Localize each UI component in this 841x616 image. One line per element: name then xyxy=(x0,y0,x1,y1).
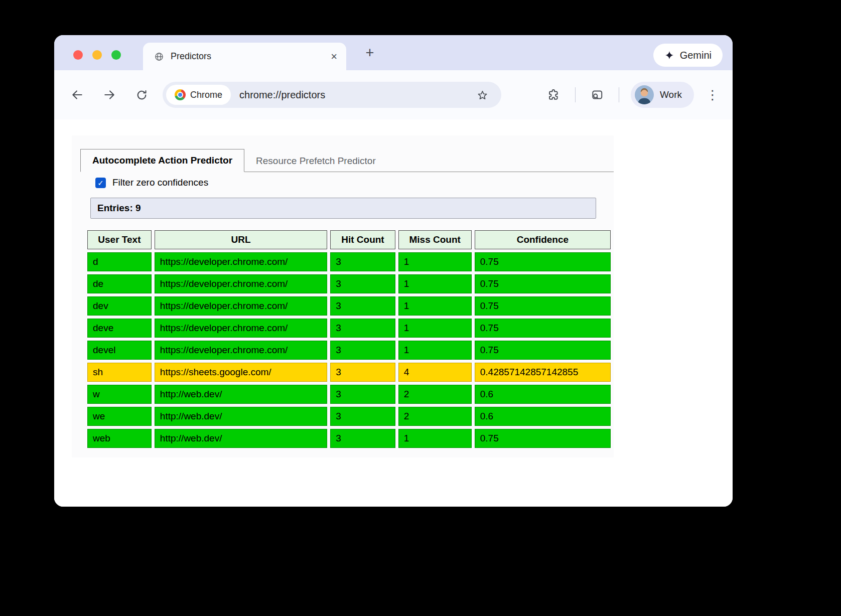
cell-user_text: web xyxy=(87,429,152,448)
cell-url: https://developer.chrome.com/ xyxy=(155,341,327,360)
table-row: dhttps://developer.chrome.com/310.75 xyxy=(87,252,611,271)
new-tab-button[interactable]: + xyxy=(359,42,380,63)
cell-miss: 1 xyxy=(398,274,472,293)
cell-hit: 3 xyxy=(330,429,395,448)
cell-hit: 3 xyxy=(330,252,395,271)
filter-row: ✓ Filter zero confidences xyxy=(95,177,614,188)
cell-confidence: 0.42857142857142855 xyxy=(475,363,611,382)
profile-chip[interactable]: Work xyxy=(631,82,694,108)
cell-url: https://developer.chrome.com/ xyxy=(155,274,327,293)
cell-miss: 1 xyxy=(398,252,472,271)
cell-user_text: devel xyxy=(87,341,152,360)
cell-miss: 2 xyxy=(398,385,472,404)
cell-confidence: 0.6 xyxy=(475,407,611,426)
address-bar[interactable]: Chrome chrome://predictors xyxy=(163,82,501,108)
gemini-button[interactable]: Gemini xyxy=(653,44,723,67)
filter-checkbox[interactable]: ✓ xyxy=(95,178,106,188)
cell-confidence: 0.75 xyxy=(475,296,611,316)
cell-miss: 2 xyxy=(398,407,472,426)
close-window-button[interactable] xyxy=(73,50,83,60)
column-header: URL xyxy=(155,230,327,249)
tab-strip: Predictors × + Gemini xyxy=(54,35,733,70)
tab-resource-prefetch-predictor[interactable]: Resource Prefetch Predictor xyxy=(244,150,387,172)
browser-window: Predictors × + Gemini xyxy=(54,35,733,507)
cell-user_text: w xyxy=(87,385,152,404)
cell-hit: 3 xyxy=(330,407,395,426)
table-row: whttp://web.dev/320.6 xyxy=(87,385,611,404)
table-body: dhttps://developer.chrome.com/310.75deht… xyxy=(87,252,611,448)
site-chip[interactable]: Chrome xyxy=(166,85,231,105)
browser-menu-icon[interactable]: ⋮ xyxy=(706,87,720,103)
predictor-tabs: Autocomplete Action Predictor Resource P… xyxy=(80,149,614,172)
cell-url: https://developer.chrome.com/ xyxy=(155,319,327,338)
cell-miss: 1 xyxy=(398,319,472,338)
minimize-window-button[interactable] xyxy=(92,50,102,60)
site-chip-label: Chrome xyxy=(190,90,222,100)
chrome-logo-icon xyxy=(175,89,186,100)
cell-user_text: de xyxy=(87,274,152,293)
cell-url: https://developer.chrome.com/ xyxy=(155,252,327,271)
cell-user_text: deve xyxy=(87,319,152,338)
filter-label: Filter zero confidences xyxy=(112,177,208,188)
cell-miss: 1 xyxy=(398,429,472,448)
tab-close-icon[interactable]: × xyxy=(331,51,337,62)
tab-autocomplete-action-predictor[interactable]: Autocomplete Action Predictor xyxy=(80,149,244,172)
cell-miss: 1 xyxy=(398,341,472,360)
cell-url: http://web.dev/ xyxy=(155,385,327,404)
table-row: shhttps://sheets.google.com/340.42857142… xyxy=(87,363,611,382)
entries-count: Entries: 9 xyxy=(90,198,596,219)
profile-avatar xyxy=(635,85,654,104)
cell-confidence: 0.75 xyxy=(475,429,611,448)
toolbar-divider xyxy=(575,87,576,102)
table-header-row: User TextURLHit CountMiss CountConfidenc… xyxy=(87,230,611,249)
table-row: develhttps://developer.chrome.com/310.75 xyxy=(87,341,611,360)
cell-url: https://sheets.google.com/ xyxy=(155,363,327,382)
toolbar-right-cluster: Work ⋮ xyxy=(543,82,720,108)
table-row: dehttps://developer.chrome.com/310.75 xyxy=(87,274,611,293)
cell-user_text: we xyxy=(87,407,152,426)
cell-miss: 1 xyxy=(398,296,472,316)
column-header: User Text xyxy=(87,230,152,249)
cell-hit: 3 xyxy=(330,363,395,382)
column-header: Miss Count xyxy=(398,230,472,249)
predictors-page: Autocomplete Action Predictor Resource P… xyxy=(72,135,614,457)
cell-user_text: dev xyxy=(87,296,152,316)
nav-buttons xyxy=(67,85,152,105)
cell-user_text: d xyxy=(87,252,152,271)
cell-confidence: 0.75 xyxy=(475,252,611,271)
reload-button[interactable] xyxy=(131,85,152,105)
cell-confidence: 0.75 xyxy=(475,319,611,338)
window-controls xyxy=(73,50,121,60)
browser-toolbar: Chrome chrome://predictors xyxy=(54,70,733,119)
gemini-label: Gemini xyxy=(680,50,712,61)
table-row: devehttps://developer.chrome.com/310.75 xyxy=(87,319,611,338)
gemini-sparkle-icon xyxy=(664,50,674,60)
browser-tab[interactable]: Predictors × xyxy=(143,43,346,70)
cell-confidence: 0.75 xyxy=(475,274,611,293)
tab-title: Predictors xyxy=(171,51,324,62)
globe-favicon-icon xyxy=(154,52,164,62)
cell-hit: 3 xyxy=(330,296,395,316)
cell-hit: 3 xyxy=(330,385,395,404)
side-search-icon[interactable] xyxy=(587,85,607,105)
column-header: Confidence xyxy=(475,230,611,249)
table-row: devhttps://developer.chrome.com/310.75 xyxy=(87,296,611,316)
bookmark-star-icon[interactable] xyxy=(472,85,492,105)
cell-confidence: 0.6 xyxy=(475,385,611,404)
cell-hit: 3 xyxy=(330,274,395,293)
cell-user_text: sh xyxy=(87,363,152,382)
table-row: webhttp://web.dev/310.75 xyxy=(87,429,611,448)
column-header: Hit Count xyxy=(330,230,395,249)
cell-url: https://developer.chrome.com/ xyxy=(155,296,327,316)
extensions-puzzle-icon[interactable] xyxy=(543,85,564,105)
forward-button[interactable] xyxy=(99,85,119,105)
table-row: wehttp://web.dev/320.6 xyxy=(87,407,611,426)
profile-label: Work xyxy=(660,89,682,100)
cell-hit: 3 xyxy=(330,319,395,338)
back-button[interactable] xyxy=(67,85,87,105)
url-text: chrome://predictors xyxy=(239,89,472,101)
maximize-window-button[interactable] xyxy=(111,50,121,60)
toolbar-divider xyxy=(619,87,619,102)
cell-confidence: 0.75 xyxy=(475,341,611,360)
cell-url: http://web.dev/ xyxy=(155,407,327,426)
